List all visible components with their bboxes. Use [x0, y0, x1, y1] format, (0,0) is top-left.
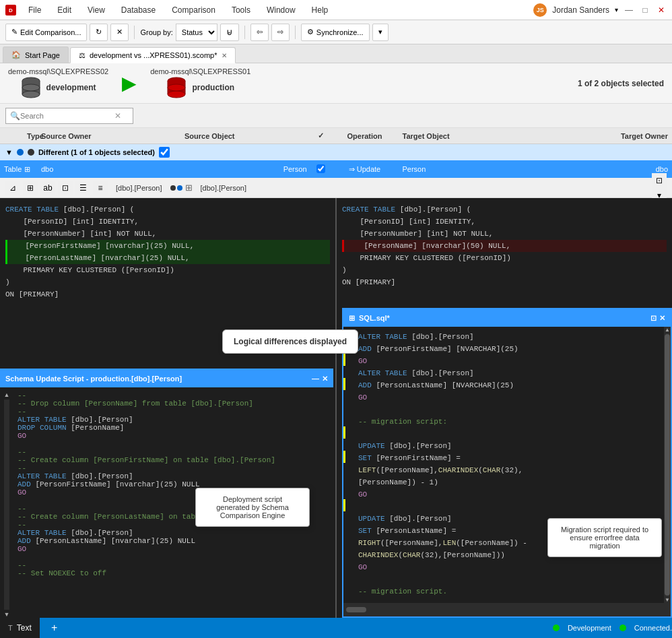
user-chevron-icon[interactable]: ▾ — [615, 6, 618, 13]
sync-chevron-button[interactable]: ▾ — [372, 24, 389, 41]
diff-group-label: Different (1 of 1 objects selected) — [38, 148, 155, 156]
group-by-label: Group by: — [140, 28, 172, 36]
schema-scrollbar[interactable] — [4, 400, 9, 610]
target-db-label: production — [192, 83, 234, 92]
text-tab[interactable]: T Text — [0, 618, 40, 638]
sql-panel-title-area: ⊞ SQL.sql* — [349, 314, 390, 323]
sql-line-10: LEFT([PersonName],CHARINDEX(CHAR(32), — [358, 464, 660, 476]
sql-code-area[interactable]: ALTER TABLE [dbo].[Person] ADD [PersonFi… — [354, 327, 664, 603]
dots-indicator — [170, 185, 182, 191]
group-by-select[interactable]: Status — [176, 24, 217, 41]
menu-tools[interactable]: Tools — [228, 4, 255, 16]
close-button[interactable]: ✕ — [656, 5, 667, 15]
plus-icon: + — [51, 622, 57, 634]
menu-file[interactable]: File — [24, 4, 45, 16]
schema-line-3: -- — [18, 408, 329, 416]
sql-h-scrollbar[interactable] — [343, 603, 671, 616]
target-object-value: Person — [403, 165, 426, 173]
menu-edit[interactable]: Edit — [53, 4, 75, 16]
left-arrow-button[interactable]: ⇦ — [250, 24, 269, 41]
schema-scroll-up[interactable]: ▲ — [4, 391, 10, 398]
right-arrow-button[interactable]: ⇨ — [271, 24, 290, 41]
type-cell: Table ⊞ — [0, 160, 37, 178]
synchronize-button[interactable]: ⚙ Synchronize... — [301, 24, 370, 41]
col-target-object-header: Target Object — [399, 132, 605, 140]
sql-scroll-down[interactable]: ▼ — [665, 597, 670, 603]
schema-close-button[interactable]: ✕ — [322, 375, 328, 383]
filter-button[interactable]: ⊌ — [220, 24, 239, 41]
source-owner-value: dbo — [41, 165, 53, 173]
group-header: ▼ Different (1 of 1 objects selected) — [0, 144, 672, 160]
script-tool-1[interactable]: ⊿ — [5, 181, 20, 195]
script-expand-button[interactable]: ⊡ — [652, 173, 667, 188]
filter-icon: ⊌ — [226, 27, 233, 37]
object-list-header: Type Source Owner Source Object ✓ Operat… — [0, 128, 672, 144]
tab-start-page-label: Start Page — [25, 51, 60, 59]
script-toolbar: ⊿ ⊞ ab ⊡ ☰ ≡ [dbo].[Person] ⊞ [dbo].[Per… — [0, 178, 672, 198]
operation-label: Update — [357, 165, 380, 173]
sql-line-11: [PersonName]) - 1) — [358, 476, 660, 488]
col-type-header: Type — [0, 132, 37, 140]
script-tool-6[interactable]: ≡ — [93, 181, 108, 195]
tab-comparison-label: development vs ...XPRESS01).scomp* — [90, 51, 217, 59]
col-operation-header: Operation — [331, 132, 399, 140]
schema-line-8: -- Create column [PersonFirstName] on ta… — [18, 456, 329, 464]
table-type-label: Table — [4, 165, 22, 173]
tab-start-page[interactable]: 🏠 Start Page — [3, 46, 69, 63]
search-input[interactable] — [20, 112, 114, 120]
schema-line-2: -- Drop column [PersonName] from table [… — [18, 400, 329, 408]
sql-line-3: GO — [358, 355, 660, 367]
refresh-button[interactable]: ↻ — [90, 24, 108, 41]
script-tool-2[interactable]: ⊞ — [23, 181, 38, 195]
tab-close-button[interactable]: ✕ — [222, 52, 227, 59]
menu-window[interactable]: Window — [263, 4, 300, 16]
status-right: Development Connected. — [553, 624, 672, 632]
development-label: Development — [568, 624, 611, 632]
start-page-icon: 🏠 — [11, 51, 21, 59]
sql-scroll-thumb[interactable] — [665, 334, 670, 596]
sql-blank-5 — [358, 598, 660, 603]
menu-database[interactable]: Database — [117, 4, 160, 16]
close-tab-button[interactable]: ✕ — [110, 24, 129, 41]
source-owner-cell: dbo — [37, 165, 104, 173]
minimize-button[interactable]: — — [624, 5, 634, 15]
text-tab-label: Text — [17, 623, 32, 633]
schema-scroll-down[interactable]: ▼ — [4, 611, 10, 618]
check-cell — [311, 164, 331, 174]
sql-restore-button[interactable]: ⊡ — [650, 314, 657, 323]
add-tab-button[interactable]: + — [48, 621, 61, 635]
update-arrow-icon: ⇒ — [349, 165, 355, 174]
schema-line-7: -- — [18, 448, 329, 456]
script-tool-4[interactable]: ⊡ — [58, 181, 73, 195]
menu-help[interactable]: Help — [308, 4, 333, 16]
script-tool-5[interactable]: ☰ — [75, 181, 90, 195]
sql-indicators — [343, 327, 354, 603]
sql-scroll-up[interactable]: ▲ — [665, 327, 670, 333]
tab-comparison[interactable]: ⚖ development vs ...XPRESS01).scomp* ✕ — [70, 47, 236, 63]
sql-close-button[interactable]: ✕ — [659, 314, 665, 323]
sql-blank-2 — [358, 428, 660, 440]
sql-ind-4 — [343, 426, 354, 439]
edit-comparison-button[interactable]: ✎ Edit Comparison... — [5, 24, 87, 41]
script-tool-3[interactable]: ab — [40, 181, 55, 195]
diff-group-checkbox[interactable] — [159, 147, 170, 158]
search-clear-button[interactable]: ✕ — [114, 111, 121, 121]
sql-scrollbar[interactable]: ▲ ▼ — [664, 327, 671, 603]
migration-popup: Migration script required to ensure erro… — [547, 518, 662, 557]
menu-view[interactable]: View — [83, 4, 109, 16]
sql-line-17: GO — [358, 561, 660, 573]
left-script-label: [dbo].[Person] — [110, 184, 168, 192]
menu-comparison[interactable]: Comparison — [168, 4, 220, 16]
expand-icon[interactable]: ▼ — [5, 148, 13, 156]
close-icon: ✕ — [116, 28, 123, 36]
right-line-2: [PersonID] [int] IDENTITY, — [342, 216, 667, 228]
schema-panel-title: Schema Update Script - production.[dbo].… — [5, 375, 182, 383]
sql-line-18: -- migration script. — [358, 585, 660, 598]
sql-line-1: ALTER TABLE [dbo].[Person] — [358, 331, 660, 343]
schema-minimize-button[interactable]: — — [312, 375, 319, 383]
maximize-button[interactable]: □ — [640, 5, 650, 15]
sql-h-scroll-thumb — [346, 607, 366, 612]
app-icon: D — [5, 5, 16, 15]
sql-line-6: GO — [358, 391, 660, 404]
row-checkbox[interactable] — [316, 164, 325, 173]
